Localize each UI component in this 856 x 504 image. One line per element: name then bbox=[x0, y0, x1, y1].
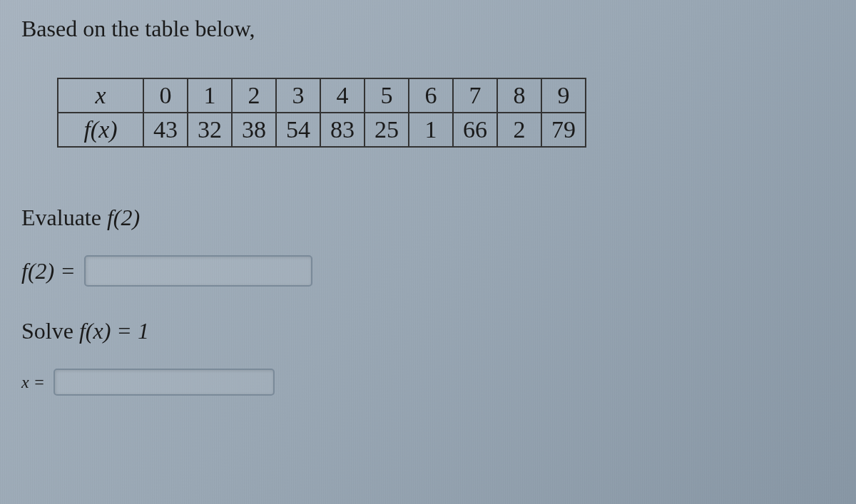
table-cell: 7 bbox=[453, 78, 497, 113]
table-cell: 3 bbox=[276, 78, 320, 113]
table-cell: 8 bbox=[497, 78, 541, 113]
row-header-fx: f(x) bbox=[58, 113, 143, 147]
question-1: Evaluate f(2) bbox=[21, 205, 835, 231]
table-row: f(x) 43 32 38 54 83 25 1 66 2 79 bbox=[58, 113, 586, 147]
table-cell: 83 bbox=[320, 113, 365, 147]
table-cell: 43 bbox=[143, 113, 188, 147]
answer-1-input[interactable] bbox=[84, 255, 312, 287]
table-cell: 66 bbox=[453, 113, 497, 147]
table-cell: 9 bbox=[541, 78, 586, 113]
table-cell: 32 bbox=[188, 113, 232, 147]
table-cell: 54 bbox=[276, 113, 320, 147]
table-cell: 79 bbox=[541, 113, 586, 147]
answer-2-input[interactable] bbox=[54, 369, 275, 396]
function-table-wrap: x 0 1 2 3 4 5 6 7 8 9 f(x) 43 32 38 54 8… bbox=[21, 78, 835, 148]
question-2: Solve f(x) = 1 bbox=[21, 318, 835, 344]
table-cell: 6 bbox=[409, 78, 453, 113]
function-table: x 0 1 2 3 4 5 6 7 8 9 f(x) 43 32 38 54 8… bbox=[57, 78, 586, 148]
row-header-x: x bbox=[58, 78, 143, 113]
table-cell: 5 bbox=[365, 78, 409, 113]
table-cell: 2 bbox=[497, 113, 541, 147]
table-cell: 1 bbox=[409, 113, 453, 147]
table-row: x 0 1 2 3 4 5 6 7 8 9 bbox=[58, 78, 586, 113]
table-cell: 25 bbox=[365, 113, 409, 147]
answer-row-2: x = bbox=[21, 369, 835, 396]
table-cell: 0 bbox=[143, 78, 188, 113]
table-cell: 2 bbox=[232, 78, 276, 113]
table-cell: 4 bbox=[320, 78, 365, 113]
answer-2-label: x = bbox=[21, 373, 45, 392]
answer-1-label: f(2) = bbox=[21, 258, 76, 284]
answer-row-1: f(2) = bbox=[21, 255, 835, 287]
table-cell: 1 bbox=[188, 78, 232, 113]
intro-text: Based on the table below, bbox=[21, 16, 835, 42]
table-cell: 38 bbox=[232, 113, 276, 147]
